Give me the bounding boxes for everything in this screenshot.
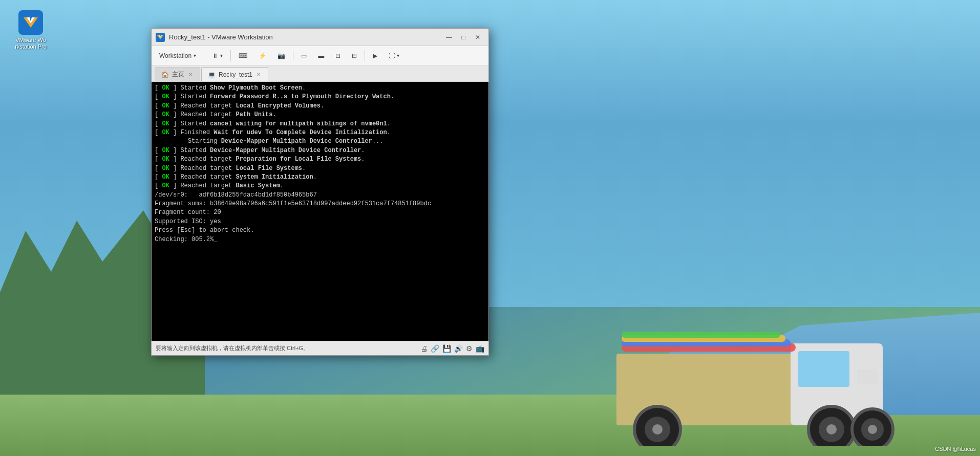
console-line-15: Fragment count: 20 bbox=[155, 208, 485, 217]
vmware-titlebar-icon bbox=[156, 33, 165, 42]
status-settings-icon[interactable]: ⚙ bbox=[466, 344, 473, 353]
tab-rocky-icon: 💻 bbox=[208, 71, 216, 78]
status-usb-icon[interactable]: 💾 bbox=[442, 344, 451, 353]
tab-home-close[interactable]: ✕ bbox=[187, 72, 194, 77]
tab-home-icon: 🏠 bbox=[161, 71, 169, 78]
console-button[interactable]: ▶ bbox=[368, 49, 382, 63]
svg-point-13 bbox=[826, 424, 837, 435]
status-icons: 🖨 🔗 💾 🔊 ⚙ 📺 bbox=[420, 344, 484, 353]
console-line-1: [ OK ] Started Show Plymouth Boot Screen… bbox=[155, 84, 485, 93]
console-line-10: [ OK ] Reached target Local File Systems… bbox=[155, 164, 485, 173]
pause-icon: ⏸ bbox=[212, 52, 218, 59]
console-line-3: [ OK ] Reached target Local Encrypted Vo… bbox=[155, 102, 485, 111]
status-print-icon[interactable]: 🖨 bbox=[420, 344, 428, 353]
view-stretch-button[interactable]: ⊡ bbox=[331, 49, 345, 63]
status-display-icon[interactable]: 📺 bbox=[476, 344, 484, 353]
maximize-button[interactable]: □ bbox=[457, 32, 470, 43]
status-network-icon[interactable]: 🔗 bbox=[431, 344, 439, 353]
workstation-menu-button[interactable]: Workstation ▾ bbox=[155, 49, 201, 63]
tab-home[interactable]: 🏠 主页 ✕ bbox=[155, 67, 200, 81]
snapshot-button[interactable]: 📷 bbox=[273, 49, 290, 63]
status-audio-icon[interactable]: 🔊 bbox=[454, 344, 463, 353]
truck-svg bbox=[606, 292, 903, 446]
snapshot-icon: 📷 bbox=[278, 52, 285, 59]
console-line-9: [ OK ] Reached target Preparation for Lo… bbox=[155, 155, 485, 164]
pause-button[interactable]: ⏸ ▾ bbox=[207, 49, 227, 63]
console-icon: ▶ bbox=[373, 52, 377, 59]
console-line-8: [ OK ] Started Device-Mapper Multipath D… bbox=[155, 146, 485, 155]
view-fit-button[interactable]: ▬ bbox=[313, 49, 329, 63]
tab-rocky-label: Rocky_test1 bbox=[219, 71, 252, 78]
svg-rect-2 bbox=[798, 351, 849, 387]
svg-rect-3 bbox=[857, 369, 878, 384]
fullscreen-dropdown-icon: ▾ bbox=[397, 53, 399, 58]
console-line-12: [ OK ] Reached target Basic System. bbox=[155, 182, 485, 190]
workstation-dropdown-icon: ▾ bbox=[194, 53, 196, 58]
view-stretch-icon: ⊡ bbox=[335, 52, 340, 59]
fullscreen-button[interactable]: ⛶ ▾ bbox=[384, 49, 404, 63]
title-bar: Rocky_test1 - VMware Workstation — □ ✕ bbox=[152, 29, 488, 46]
window-controls: — □ ✕ bbox=[442, 32, 484, 43]
vm-content: [ OK ] Started Show Plymouth Boot Screen… bbox=[152, 82, 488, 341]
fullscreen-icon: ⛶ bbox=[389, 52, 395, 59]
console-line-16: Supported ISO: yes bbox=[155, 218, 485, 226]
console-line-2: [ OK ] Started Forward Password R..s to … bbox=[155, 93, 485, 101]
console-line-7: Starting Device-Mapper Multipath Device … bbox=[155, 137, 485, 146]
console-line-18: Checking: 005.2%_ bbox=[155, 235, 485, 244]
console-line-14: Fragment sums: b38649e98a796a6c591f1e5e6… bbox=[155, 200, 485, 208]
view-autofit-button[interactable]: ⊟ bbox=[347, 49, 361, 63]
vm-console[interactable]: [ OK ] Started Show Plymouth Boot Screen… bbox=[152, 82, 488, 341]
window-title: Rocky_test1 - VMware Workstation bbox=[169, 33, 442, 41]
vmware-icon-label: VMware Wo rkstation Pro bbox=[15, 37, 47, 50]
vmware-window: Rocky_test1 - VMware Workstation — □ ✕ W… bbox=[151, 28, 489, 356]
view-normal-button[interactable]: ▭ bbox=[296, 49, 311, 63]
toolbar: Workstation ▾ ⏸ ▾ ⌨ ⚡ 📷 ▭ ▬ ⊡ bbox=[152, 46, 488, 66]
view-fit-icon: ▬ bbox=[318, 52, 324, 59]
tab-home-label: 主页 bbox=[172, 70, 184, 79]
desktop-watermark: CSDN @liLucas bbox=[935, 446, 976, 452]
send-ctrl-alt-del-button[interactable]: ⌨ bbox=[234, 49, 252, 63]
console-line-4: [ OK ] Reached target Path Units. bbox=[155, 111, 485, 119]
toolbar-separator-3 bbox=[293, 50, 293, 61]
tab-rocky-test1[interactable]: 💻 Rocky_test1 ✕ bbox=[201, 67, 268, 81]
svg-rect-7 bbox=[622, 332, 780, 338]
desktop: CSDN @liLucas bbox=[0, 0, 980, 456]
console-line-6: [ OK ] Finished Wait for udev To Complet… bbox=[155, 128, 485, 137]
workstation-label: Workstation bbox=[159, 52, 191, 59]
tabs-bar: 🏠 主页 ✕ 💻 Rocky_test1 ✕ bbox=[152, 66, 488, 82]
tab-rocky-close[interactable]: ✕ bbox=[255, 72, 262, 77]
toolbar-separator-1 bbox=[204, 50, 204, 61]
minimize-button[interactable]: — bbox=[442, 32, 456, 43]
pause-dropdown-icon: ▾ bbox=[220, 53, 223, 58]
view-autofit-icon: ⊟ bbox=[352, 52, 357, 59]
toolbar-separator-2 bbox=[230, 50, 231, 61]
power-button[interactable]: ⚡ bbox=[254, 49, 271, 63]
view-normal-icon: ▭ bbox=[301, 52, 307, 59]
vmware-logo-icon bbox=[18, 10, 43, 35]
power-icon: ⚡ bbox=[259, 52, 266, 59]
keyboard-icon: ⌨ bbox=[239, 52, 247, 59]
console-line-11: [ OK ] Reached target System Initializat… bbox=[155, 173, 485, 182]
status-bar: 要将输入定向到该虚拟机，请在虚拟机内部单击或按 Ctrl+G。 🖨 🔗 💾 🔊 … bbox=[152, 341, 488, 355]
svg-point-16 bbox=[868, 425, 877, 434]
console-line-13: /dev/sr0: adf6b18d255fdac4bd1df850b4965b… bbox=[155, 191, 485, 200]
close-button[interactable]: ✕ bbox=[471, 32, 484, 43]
vmware-desktop-icon[interactable]: VMware Wo rkstation Pro bbox=[10, 10, 51, 50]
toolbar-separator-4 bbox=[365, 50, 365, 61]
console-line-5: [ OK ] Started cancel waiting for multip… bbox=[155, 120, 485, 128]
status-message: 要将输入定向到该虚拟机，请在虚拟机内部单击或按 Ctrl+G。 bbox=[156, 344, 420, 352]
console-line-17: Press [Esc] to abort check. bbox=[155, 226, 485, 235]
svg-point-10 bbox=[652, 424, 663, 435]
